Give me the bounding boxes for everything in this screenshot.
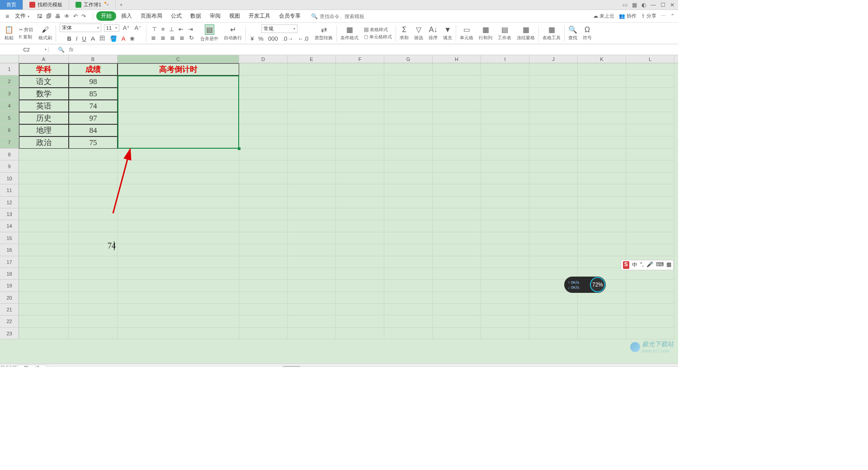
cell[interactable] [433,197,481,208]
fx-search-icon[interactable]: 🔍 [58,47,65,53]
cell[interactable] [239,136,288,149]
freeze-icon[interactable]: ▦ [523,25,529,34]
cell[interactable] [626,328,675,339]
row-header-5[interactable]: 5 [0,112,19,124]
cell[interactable] [118,280,239,291]
cell[interactable] [69,256,118,268]
cell[interactable] [626,197,675,208]
cell[interactable] [481,328,529,339]
sheet-nav-first[interactable]: |⟨ [0,365,5,367]
sum-icon[interactable]: Σ [402,26,406,34]
cell[interactable]: 成绩 [69,63,118,75]
cell[interactable] [239,256,288,268]
cell[interactable] [433,256,481,268]
cell[interactable] [288,208,336,220]
cell[interactable] [433,315,481,327]
chevron-up-icon[interactable]: ⌃ [670,13,675,19]
row-header-20[interactable]: 20 [0,292,19,304]
cell[interactable] [626,63,675,75]
cell[interactable] [239,184,288,196]
cell[interactable] [288,197,336,208]
select-all-corner[interactable] [0,55,19,63]
cell[interactable]: 学科 [19,63,69,75]
cell[interactable] [288,160,336,172]
cell[interactable] [19,328,69,339]
border-icon[interactable]: 田 [99,34,106,43]
row-header-13[interactable]: 13 [0,208,19,220]
fx-icon[interactable]: fx [69,47,73,53]
cell[interactable] [288,149,336,160]
cell[interactable] [578,292,626,304]
cell[interactable] [239,220,288,232]
cell[interactable] [118,173,239,184]
row-header-9[interactable]: 9 [0,160,19,172]
cell[interactable] [529,244,578,256]
indent-dec-icon[interactable]: ⇤ [178,25,184,33]
align-left-icon[interactable]: ≣ [150,34,157,42]
tab-workbook[interactable]: 工作簿1× [69,0,116,9]
cell[interactable] [336,220,384,232]
cell[interactable] [288,256,336,268]
apps-icon[interactable]: ▦ [632,2,637,8]
menu-vip[interactable]: 会员专享 [275,12,304,20]
cell[interactable] [69,304,118,315]
cell[interactable] [626,136,675,149]
cell[interactable] [481,232,529,244]
cell[interactable] [239,268,288,280]
col-header-I[interactable]: I [481,55,529,63]
cell[interactable] [118,75,239,88]
cell[interactable] [118,88,239,100]
cell[interactable] [384,136,433,149]
cell[interactable] [288,112,336,124]
menu-start[interactable]: 开始 [96,11,116,21]
cell[interactable] [384,112,433,124]
cell[interactable] [336,160,384,172]
cell[interactable] [626,100,675,112]
cell[interactable] [336,112,384,124]
cell[interactable] [433,268,481,280]
cell[interactable] [288,88,336,100]
cell[interactable] [481,124,529,136]
row-header-21[interactable]: 21 [0,304,19,315]
cell[interactable] [529,136,578,149]
cut-button[interactable]: ✂ 剪切 [19,27,33,33]
sort-icon[interactable]: A↓ [429,26,438,34]
ime-lang[interactable]: 中 [632,261,637,269]
cell[interactable] [19,256,69,268]
cell[interactable] [578,124,626,136]
cell-icon[interactable]: ▭ [463,25,470,34]
col-header-A[interactable]: A [19,55,69,63]
cell[interactable] [69,292,118,304]
cell[interactable] [578,208,626,220]
cell[interactable] [118,268,239,280]
menu-insert[interactable]: 插入 [118,12,136,20]
menu-formula[interactable]: 公式 [167,12,185,20]
cell[interactable] [118,160,239,172]
maximize-button[interactable]: ☐ [660,2,665,8]
type-convert-icon[interactable]: ⇄ [321,25,327,34]
cell[interactable] [336,328,384,339]
cell[interactable] [239,208,288,220]
cell[interactable] [433,149,481,160]
font-name-combo[interactable]: 宋体▾ [60,24,101,32]
cell[interactable] [19,292,69,304]
cell[interactable] [336,63,384,75]
font-dec-icon[interactable]: A⁻ [133,24,142,32]
cell[interactable] [288,304,336,315]
cell[interactable] [19,315,69,327]
align-mid-icon[interactable]: ≡ [160,25,166,33]
menu-devtools[interactable]: 开发工具 [245,12,274,20]
cell[interactable] [336,292,384,304]
percent-icon[interactable]: % [257,35,264,42]
cell[interactable] [239,315,288,327]
cond-fmt-icon[interactable]: ▦ [346,25,353,34]
cell[interactable] [626,75,675,88]
cell[interactable] [336,256,384,268]
cell[interactable] [578,244,626,256]
col-header-K[interactable]: K [578,55,626,63]
cell[interactable] [384,124,433,136]
cell[interactable] [19,220,69,232]
cell[interactable] [118,124,239,136]
cell[interactable] [118,197,239,208]
align-just-icon[interactable]: ≣ [179,34,185,42]
